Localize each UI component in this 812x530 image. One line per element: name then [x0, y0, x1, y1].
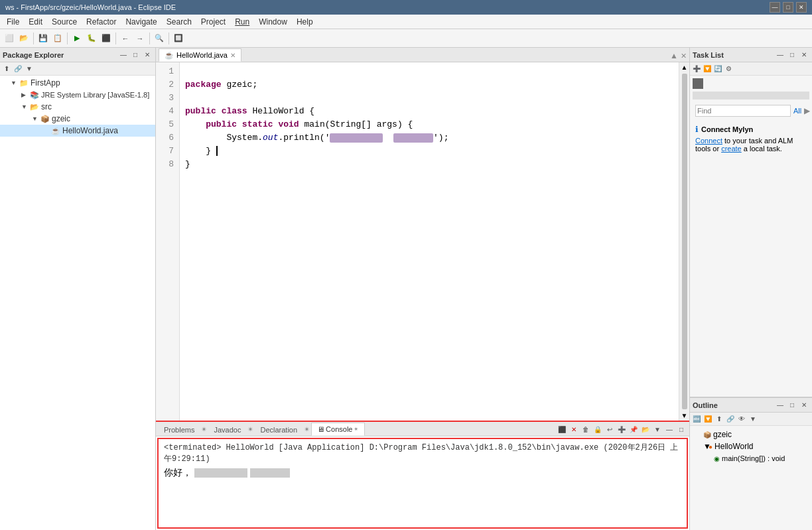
tree-item-src[interactable]: ▼ 📂 src	[0, 101, 155, 113]
tab-javadoc[interactable]: Javadoc	[208, 423, 246, 436]
connect-link[interactable]: Connect	[695, 137, 722, 145]
toolbar-sep3	[115, 33, 116, 44]
outline-arrow-hw: ▼	[703, 442, 709, 451]
tab-console[interactable]: 🖥 Console ✴	[311, 423, 365, 436]
outline-menu-icon[interactable]: ▼	[748, 414, 758, 425]
outline-sort-icon[interactable]: 🔤	[691, 414, 702, 425]
menu-refactor[interactable]: Refactor	[82, 16, 120, 28]
outline-maximize-icon[interactable]: □	[787, 400, 797, 411]
outline-section: Outline — □ ✕ 🔤 🔽 ⬆ 🔗 👁 ▼ 📦	[690, 397, 812, 530]
toolbar-open[interactable]: 📂	[17, 32, 31, 45]
console-maximize-btn[interactable]: □	[676, 424, 687, 434]
scrollbar-down[interactable]: ▼	[680, 411, 689, 421]
code-editor[interactable]: 1 2 3 4 5 6 7 8 package gzeic; public cl…	[156, 62, 689, 421]
outline-link-icon[interactable]: 🔗	[725, 414, 736, 425]
scrollbar-thumb[interactable]	[682, 74, 687, 409]
tasklist-filter-icon[interactable]: 🔽	[702, 64, 712, 74]
title-bar: ws - FirstApp/src/gzeic/HelloWorld.java …	[0, 0, 812, 15]
tab-declaration[interactable]: Declaration	[255, 423, 303, 436]
console-tab-bar: Problems ✴ Javadoc ✴ Declaration ✴ 🖥 Con…	[156, 422, 689, 436]
create-link[interactable]: create	[721, 145, 742, 153]
editor-tab-helloworld[interactable]: ☕ HelloWorld.java ✕	[159, 48, 241, 62]
link-editor-icon[interactable]: 🔗	[13, 64, 23, 74]
console-menu-btn[interactable]: ▼	[652, 424, 663, 434]
outline-item-main[interactable]: ◉ main(String[]) : void	[690, 452, 812, 464]
tasklist-sync-icon[interactable]: 🔄	[712, 64, 723, 74]
tree-item-jre[interactable]: ▶ 📚 JRE System Library [JavaSE-1.8]	[0, 89, 155, 101]
view-menu-icon[interactable]: ▼	[24, 64, 34, 74]
console-open-file-btn[interactable]: 📂	[640, 424, 651, 434]
arrow-jre: ▶	[21, 92, 29, 98]
menu-project[interactable]: Project	[197, 16, 230, 28]
console-pin-btn[interactable]: 📌	[628, 424, 639, 434]
console-terminate-btn[interactable]: ⬛	[557, 424, 567, 434]
outline-hide-icon[interactable]: 👁	[736, 414, 747, 425]
editor-panel: ☕ HelloWorld.java ✕ ▲ ✕ 1 2 3 4 5	[156, 48, 689, 421]
close-button[interactable]: ✕	[796, 2, 807, 13]
outline-helloworld-icon: ●	[709, 443, 712, 450]
tree-item-helloworld[interactable]: ▶ ☕ HelloWorld.java	[0, 125, 155, 137]
package-icon: 📦	[40, 113, 50, 124]
outline-filter-icon[interactable]: 🔽	[703, 414, 713, 425]
menu-source[interactable]: Source	[48, 16, 81, 28]
tasklist-settings-icon[interactable]: ⚙	[723, 64, 734, 74]
console-word-wrap-btn[interactable]: ↩	[604, 424, 615, 434]
find-all-link[interactable]: All	[793, 107, 801, 115]
tasklist-minimize-icon[interactable]: —	[775, 50, 785, 60]
panel-close-icon[interactable]: ✕	[142, 50, 153, 60]
collapse-all-icon[interactable]: ⬆	[1, 64, 12, 74]
tasklist-close-icon[interactable]: ✕	[799, 50, 809, 60]
console-scroll-lock-btn[interactable]: 🔒	[592, 424, 603, 434]
tasklist-content: All ▶ Activa... ℹ Connect Mylyn Connect …	[690, 76, 812, 397]
menu-search[interactable]: Search	[163, 16, 196, 28]
toolbar-stop[interactable]: ⬛	[100, 32, 113, 45]
console-minimize-btn[interactable]: —	[664, 424, 675, 434]
outline-minimize-icon[interactable]: —	[775, 400, 785, 411]
console-icon: 🖥	[317, 425, 324, 433]
menu-file[interactable]: File	[3, 16, 23, 28]
menu-navigate[interactable]: Navigate	[121, 16, 161, 28]
console-content[interactable]: <terminated> HelloWorld [Java Applicatio…	[157, 438, 688, 529]
scrollbar-up[interactable]: ▲	[680, 62, 689, 72]
code-content[interactable]: package gzeic; public class HelloWorld {…	[180, 62, 689, 421]
menu-help[interactable]: Help	[293, 16, 317, 28]
project-icon: 📁	[19, 78, 29, 88]
console-clear-btn[interactable]: 🗑	[580, 424, 591, 434]
toolbar-new[interactable]: ⬜	[3, 32, 16, 45]
arrow-firstapp: ▼	[11, 80, 19, 86]
console-output-text: 你好，	[164, 467, 192, 479]
outline-gzeic-icon: 📦	[703, 431, 711, 438]
tasklist-add-icon[interactable]: ➕	[691, 64, 702, 74]
toolbar-save[interactable]: 💾	[36, 32, 50, 45]
toolbar-fwd[interactable]: →	[133, 32, 147, 45]
minimize-button[interactable]: —	[770, 2, 780, 13]
toolbar-run[interactable]: ▶	[70, 32, 84, 45]
editor-scroll-up[interactable]: ▲	[670, 51, 678, 60]
outline-item-gzeic[interactable]: 📦 gzeic	[690, 429, 812, 440]
toolbar-search[interactable]: 🔍	[153, 32, 166, 45]
package-explorer-toolbar: ⬆ 🔗 ▼	[0, 62, 155, 76]
menu-window[interactable]: Window	[255, 16, 291, 28]
find-input[interactable]	[695, 105, 791, 117]
package-explorer-header: Package Explorer — □ ✕	[0, 48, 155, 62]
toolbar-back[interactable]: ←	[119, 32, 132, 45]
outline-close-icon[interactable]: ✕	[799, 400, 809, 411]
tab-problems[interactable]: Problems	[159, 423, 200, 436]
menu-run[interactable]: Run	[231, 16, 253, 28]
toolbar-debug[interactable]: 🐛	[85, 32, 98, 45]
tree-item-firstapp[interactable]: ▼ 📁 FirstApp	[0, 77, 155, 89]
toolbar-perspective[interactable]: 🔲	[172, 32, 185, 45]
panel-minimize-icon[interactable]: —	[118, 50, 129, 60]
outline-collapse-icon[interactable]: ⬆	[714, 414, 724, 425]
editor-close-btn[interactable]: ✕	[681, 52, 687, 60]
console-new-btn[interactable]: ➕	[616, 424, 627, 434]
tasklist-maximize-icon[interactable]: □	[787, 50, 797, 60]
outline-item-helloworld[interactable]: ▼ ● HelloWorld	[690, 440, 812, 452]
panel-maximize-icon[interactable]: □	[130, 50, 141, 60]
console-remove-btn[interactable]: ✕	[569, 424, 579, 434]
tree-item-gzeic[interactable]: ▼ 📦 gzeic	[0, 113, 155, 125]
menu-edit[interactable]: Edit	[25, 16, 46, 28]
toolbar-save-all[interactable]: 📋	[51, 32, 64, 45]
tab-close-icon[interactable]: ✕	[230, 52, 236, 59]
maximize-button[interactable]: □	[783, 2, 793, 13]
